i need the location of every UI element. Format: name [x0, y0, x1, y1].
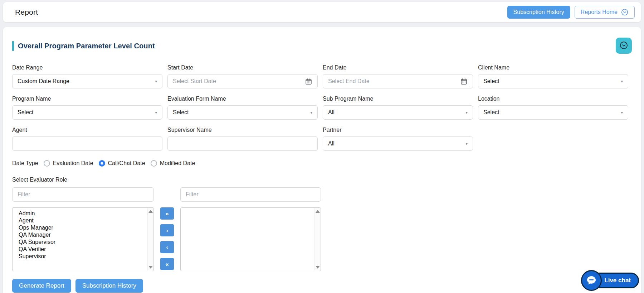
- sub-program-name-label: Sub Program Name: [323, 96, 473, 102]
- move-left-button[interactable]: ‹: [160, 241, 174, 253]
- available-roles-filter-input[interactable]: [12, 187, 154, 202]
- date-range-select[interactable]: Custom Date Range ▾: [12, 74, 162, 88]
- selected-roles-filter-input[interactable]: [180, 187, 321, 202]
- scroll-down-icon[interactable]: [316, 266, 320, 269]
- calendar-icon[interactable]: [460, 78, 468, 85]
- collapse-icon: [619, 40, 629, 51]
- end-date-label: End Date: [323, 64, 473, 71]
- list-item[interactable]: Supervisor: [19, 253, 147, 260]
- list-item[interactable]: Agent: [19, 217, 147, 224]
- panel-header: Overall Program Parameter Level Count: [12, 38, 632, 54]
- radio-icon: [44, 160, 50, 167]
- move-all-right-button[interactable]: »: [160, 207, 174, 220]
- transfer-buttons: » › ‹ «: [154, 187, 180, 270]
- field-end-date: End Date: [323, 64, 473, 88]
- program-name-value: Select: [18, 109, 33, 116]
- reports-home-label: Reports Home: [581, 9, 618, 15]
- field-date-range: Date Range Custom Date Range ▾: [12, 64, 162, 88]
- radio-label: Modified Date: [160, 160, 195, 167]
- chat-bubble-icon: [581, 270, 602, 291]
- dropdown-caret-icon: ▾: [465, 141, 468, 146]
- filter-form: Date Range Custom Date Range ▾ Start Dat…: [12, 64, 632, 151]
- agent-label: Agent: [12, 127, 162, 133]
- partner-select[interactable]: All ▾: [323, 136, 473, 151]
- scroll-up-icon[interactable]: [316, 210, 320, 213]
- end-date-field: [323, 74, 473, 88]
- page-title: Report: [15, 8, 38, 16]
- list-item[interactable]: Admin: [19, 210, 147, 217]
- dropdown-caret-icon: ▾: [465, 110, 468, 115]
- evaluation-form-name-label: Evaluation Form Name: [167, 96, 318, 102]
- date-range-value: Custom Date Range: [18, 78, 69, 85]
- generate-report-button[interactable]: Generate Report: [12, 279, 71, 293]
- start-date-input[interactable]: [173, 75, 305, 88]
- program-name-select[interactable]: Select ▾: [12, 105, 162, 120]
- radio-label: Evaluation Date: [53, 160, 93, 167]
- client-name-value: Select: [483, 78, 499, 85]
- supervisor-name-label: Supervisor Name: [167, 127, 318, 133]
- available-roles-listbox[interactable]: AdminAgentOps ManagerQA ManagerQA Superv…: [12, 207, 154, 271]
- available-roles-column: AdminAgentOps ManagerQA ManagerQA Superv…: [12, 187, 154, 271]
- end-date-input[interactable]: [328, 75, 460, 88]
- list-item[interactable]: QA Manager: [19, 231, 147, 239]
- sub-program-name-value: All: [328, 109, 335, 116]
- dropdown-caret-icon: ▾: [621, 79, 623, 84]
- location-value: Select: [483, 109, 499, 116]
- list-item[interactable]: QA Supervisor: [19, 239, 147, 246]
- sub-program-name-select[interactable]: All ▾: [323, 105, 473, 120]
- location-label: Location: [478, 96, 628, 102]
- calendar-icon[interactable]: [305, 78, 312, 85]
- scroll-down-icon[interactable]: [148, 266, 153, 269]
- date-range-label: Date Range: [12, 64, 162, 71]
- subscription-history-button[interactable]: Subscription History: [507, 6, 570, 19]
- agent-input[interactable]: [18, 137, 157, 150]
- subscription-history-bottom-button[interactable]: Subscription History: [75, 279, 143, 293]
- radio-icon: [99, 160, 105, 167]
- supervisor-name-field: [167, 136, 318, 151]
- header-actions: Subscription History Reports Home: [507, 6, 635, 19]
- chevron-down-circle-icon: [621, 8, 629, 16]
- dropdown-caret-icon: ▾: [621, 110, 623, 115]
- supervisor-name-input[interactable]: [173, 137, 312, 150]
- location-select[interactable]: Select ▾: [478, 105, 628, 120]
- field-start-date: Start Date: [167, 64, 318, 88]
- radio-modified-date[interactable]: Modified Date: [151, 160, 195, 167]
- listbox-scrollbar[interactable]: [314, 208, 320, 270]
- live-chat-widget[interactable]: Live chat: [581, 270, 639, 291]
- client-name-label: Client Name: [478, 64, 628, 71]
- field-sub-program-name: Sub Program Name All ▾: [323, 96, 473, 120]
- selected-roles-listbox[interactable]: [180, 207, 321, 271]
- dropdown-caret-icon: ▾: [155, 79, 157, 84]
- evaluation-form-name-select[interactable]: Select ▾: [167, 105, 318, 120]
- partner-value: All: [328, 140, 335, 147]
- panel-title: Overall Program Parameter Level Count: [18, 42, 155, 50]
- field-supervisor-name: Supervisor Name: [167, 127, 318, 151]
- evaluator-role-label: Select Evaluator Role: [12, 177, 632, 183]
- title-accent-bar: [12, 41, 14, 51]
- report-filter-panel: Overall Program Parameter Level Count Da…: [3, 27, 641, 293]
- dropdown-caret-icon: ▾: [155, 110, 157, 115]
- dropdown-caret-icon: ▾: [310, 110, 312, 115]
- client-name-select[interactable]: Select ▾: [478, 74, 628, 88]
- form-actions: Generate Report Subscription History: [12, 279, 632, 293]
- list-item[interactable]: QA Verifier: [19, 246, 147, 253]
- list-item[interactable]: Ops Manager: [19, 224, 147, 231]
- field-client-name: Client Name Select ▾: [478, 64, 628, 88]
- move-all-left-button[interactable]: «: [160, 258, 174, 270]
- radio-call-chat-date[interactable]: Call/Chat Date: [99, 160, 145, 167]
- top-header-bar: Report Subscription History Reports Home: [3, 2, 641, 22]
- selected-roles-column: [180, 187, 321, 271]
- scroll-up-icon[interactable]: [148, 210, 153, 213]
- available-roles-options: AdminAgentOps ManagerQA ManagerQA Superv…: [13, 210, 147, 269]
- reports-home-button[interactable]: Reports Home: [575, 6, 635, 19]
- move-right-button[interactable]: ›: [160, 224, 174, 236]
- field-partner: Partner All ▾: [323, 127, 473, 151]
- partner-label: Partner: [323, 127, 473, 133]
- agent-field: [12, 136, 162, 151]
- listbox-scrollbar[interactable]: [147, 208, 153, 270]
- selected-roles-options: [181, 210, 314, 269]
- program-name-label: Program Name: [12, 96, 162, 102]
- field-location: Location Select ▾: [478, 96, 628, 120]
- collapse-panel-button[interactable]: [616, 38, 632, 54]
- radio-evaluation-date[interactable]: Evaluation Date: [44, 160, 93, 167]
